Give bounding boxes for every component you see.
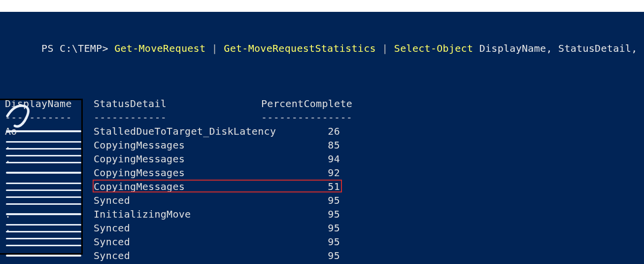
table-body: AoStalledDueToTarget_DiskLatency26 .Copy… bbox=[5, 124, 639, 263]
table-row: Synced95 bbox=[5, 193, 639, 207]
cell-percentcomplete: 95 bbox=[261, 235, 343, 249]
table-row: CopyingMessages92 bbox=[5, 166, 639, 180]
cell-displayname: . bbox=[5, 138, 94, 152]
redaction-scribble bbox=[5, 249, 86, 263]
blank-line bbox=[5, 83, 639, 97]
pipe-2: | bbox=[376, 42, 394, 54]
cmdlet-get-moverequest: Get-MoveRequest bbox=[114, 42, 205, 54]
table-row: .Synced95 bbox=[5, 221, 639, 235]
redaction-scribble bbox=[5, 166, 86, 180]
table-row: .CopyingMessages94 bbox=[5, 152, 639, 166]
cell-statusdetail: Synced bbox=[94, 193, 261, 207]
redaction-scribble bbox=[5, 180, 86, 193]
cell-statusdetail: InitializingMove bbox=[94, 207, 261, 221]
table-header: DisplayName StatusDetail PercentComplete bbox=[5, 97, 639, 111]
table-row: Synced95 bbox=[5, 235, 639, 249]
cell-percentcomplete: 92 bbox=[261, 166, 343, 180]
col-header-displayname: DisplayName bbox=[5, 97, 94, 111]
cell-percentcomplete: 94 bbox=[261, 152, 343, 166]
powershell-terminal[interactable]: PS C:\TEMP> Get-MoveRequest | Get-MoveRe… bbox=[0, 0, 644, 264]
cell-displayname: . bbox=[5, 221, 94, 235]
ps-prompt: PS C:\TEMP> bbox=[41, 42, 114, 54]
cell-statusdetail: CopyingMessages bbox=[94, 152, 261, 166]
redaction-scribble bbox=[5, 235, 86, 249]
cell-percentcomplete: 95 bbox=[261, 193, 343, 207]
table-row: CopyingMessages51 bbox=[5, 180, 639, 193]
cell-displayname: . bbox=[5, 152, 94, 166]
cell-percentcomplete: 26 bbox=[261, 124, 343, 138]
cell-percentcomplete: 85 bbox=[261, 138, 343, 152]
table-row: .CopyingMessages85 bbox=[5, 138, 639, 152]
redaction-scribble bbox=[5, 193, 86, 207]
cell-statusdetail: CopyingMessages bbox=[94, 166, 261, 180]
col-header-statusdetail: StatusDetail bbox=[94, 97, 261, 111]
cell-percentcomplete: 95 bbox=[261, 249, 343, 263]
col-header-percentcomplete: PercentComplete bbox=[261, 97, 340, 111]
cell-percentcomplete: 95 bbox=[261, 207, 343, 221]
blank-line bbox=[5, 69, 639, 83]
cell-percentcomplete: 95 bbox=[261, 221, 343, 235]
pipe-1: | bbox=[205, 42, 224, 54]
cmdlet-get-moverequeststatistics: Get-MoveRequestStatistics bbox=[224, 42, 376, 54]
cell-statusdetail: StalledDueToTarget_DiskLatency bbox=[94, 124, 261, 138]
select-params: DisplayName, StatusDetail, PercentComple… bbox=[473, 42, 644, 54]
cell-statusdetail: CopyingMessages bbox=[94, 138, 261, 152]
cell-statusdetail: Synced bbox=[94, 221, 261, 235]
command-line: PS C:\TEMP> Get-MoveRequest | Get-MoveRe… bbox=[5, 28, 639, 69]
cell-statusdetail: Synced bbox=[94, 249, 261, 263]
cell-percentcomplete: 51 bbox=[261, 180, 343, 193]
cell-displayname: Ao bbox=[5, 124, 94, 138]
table-underline: ----------- ------------ --------------- bbox=[5, 111, 639, 124]
underline-status: ------------ bbox=[94, 111, 261, 124]
window-top-edge bbox=[0, 0, 644, 12]
table-row: Synced95 bbox=[5, 249, 639, 263]
cell-statusdetail: Synced bbox=[94, 235, 261, 249]
cmdlet-select-object: Select-Object bbox=[394, 42, 473, 54]
cell-displayname: . bbox=[5, 207, 94, 221]
cell-statusdetail: CopyingMessages bbox=[94, 180, 261, 193]
table-row: AoStalledDueToTarget_DiskLatency26 bbox=[5, 124, 639, 138]
underline-name: ----------- bbox=[5, 111, 94, 124]
underline-pct: --------------- bbox=[261, 111, 343, 124]
terminal-content: PS C:\TEMP> Get-MoveRequest | Get-MoveRe… bbox=[5, 4, 639, 263]
table-row: .InitializingMove95 bbox=[5, 207, 639, 221]
